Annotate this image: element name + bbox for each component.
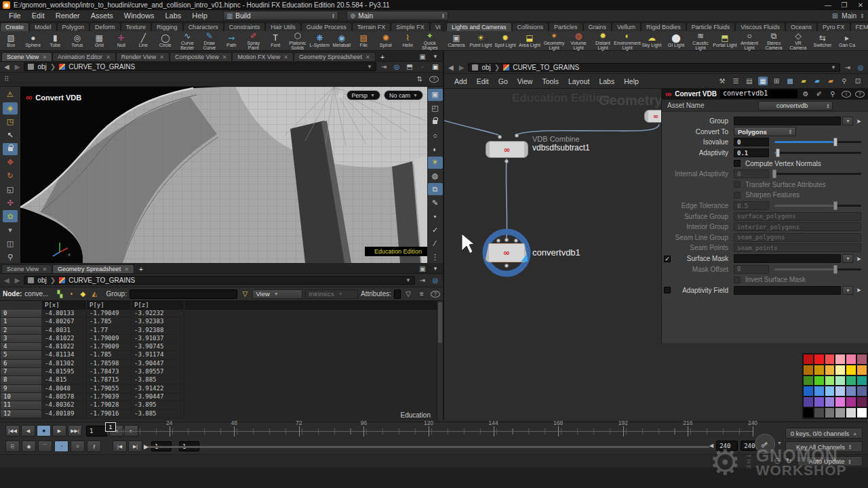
palette-swatch-15[interactable] xyxy=(835,376,845,386)
table-row[interactable]: 1-4.80267-1.785-3.92383 xyxy=(0,318,443,326)
menu-labs[interactable]: Labs xyxy=(160,11,186,20)
palette-swatch-31[interactable] xyxy=(814,408,824,418)
quickmark-icon[interactable]: ⊡ xyxy=(853,77,863,85)
shelf-tool-file[interactable]: ▤File xyxy=(353,31,375,51)
palette-swatch-35[interactable] xyxy=(857,408,867,418)
play-button[interactable]: ▶ xyxy=(52,425,66,436)
shelf-tab-volume[interactable]: Volume xyxy=(430,22,441,31)
palette-swatch-13[interactable] xyxy=(814,376,824,386)
input-surface-mask[interactable] xyxy=(734,254,841,263)
shelf-tool-geometry-light[interactable]: ✶Geometry Light xyxy=(542,31,566,51)
layout-cube-icon[interactable]: ⬒ xyxy=(405,62,414,71)
breadcrumb-root[interactable]: obj xyxy=(481,64,490,71)
shelf-tab-constraints[interactable]: Constraints xyxy=(224,22,266,31)
view-select[interactable]: View▼ xyxy=(252,289,302,299)
shelf-tab-oceans[interactable]: Oceans xyxy=(785,22,817,31)
shelf-tool-sky-light[interactable]: ☁Sky Light xyxy=(639,31,664,51)
range-end-input[interactable]: 240 xyxy=(716,441,738,451)
close-icon[interactable]: ✕ xyxy=(124,266,129,272)
shelf-tab-vellum[interactable]: Vellum xyxy=(612,22,641,31)
pin-icon[interactable]: ⇥ xyxy=(379,62,389,71)
shelf-tab-viscous-fluids[interactable]: Viscous Fluids xyxy=(735,22,785,31)
camera-selector[interactable]: No cam▼ xyxy=(384,90,423,100)
recook-icon[interactable]: ↻ xyxy=(786,457,792,466)
memory-icon[interactable]: ⚇ xyxy=(774,457,781,466)
back-icon[interactable]: ◀ xyxy=(3,277,11,284)
display-flag-icon[interactable] xyxy=(521,253,528,262)
node-input-dot[interactable] xyxy=(498,135,502,139)
tab-scene-view[interactable]: Scene View✕ xyxy=(1,264,52,273)
shelf-tool-ambient-light[interactable]: ○Ambient Light xyxy=(737,31,762,51)
palette-swatch-22[interactable] xyxy=(846,386,856,396)
table-row[interactable]: 11-4.80362-1.79028-3.895 xyxy=(0,401,443,409)
close-icon[interactable]: ✕ xyxy=(42,266,47,272)
table-row[interactable]: 3-4.81022-1.79009-3.91037 xyxy=(0,335,443,343)
pane-maximize-icon[interactable]: ▣ xyxy=(418,264,427,273)
close-icon[interactable]: ✕ xyxy=(222,54,227,60)
table-row[interactable]: 12-4.80189-1.79016-3.885 xyxy=(0,410,443,418)
spreadsheet-table[interactable]: P[x]P[y]P[z] 0-4.80133-1.79049-3.922321-… xyxy=(0,301,443,420)
more-tools-icon[interactable]: ▾ xyxy=(3,224,18,236)
shelf-tool-volume-light[interactable]: ◍Volume Light xyxy=(566,31,591,51)
tree-icon[interactable]: ☰ xyxy=(731,77,741,85)
shelf-tool-box[interactable]: ▧Box xyxy=(0,31,22,51)
operator-pick-arrow-icon[interactable]: ➤ xyxy=(856,118,861,125)
desk-label[interactable]: Main xyxy=(842,12,856,20)
help-icon[interactable]: ? xyxy=(429,76,439,83)
slider-edge-tolerance[interactable] xyxy=(774,205,861,207)
detail-mode-icon[interactable]: ◭ xyxy=(90,289,99,298)
tab-motion-fx-view[interactable]: Motion FX View✕ xyxy=(232,52,294,61)
prev-key-button[interactable]: |◀ xyxy=(113,441,127,452)
character-tool-icon[interactable]: ✿ xyxy=(3,210,18,222)
shelf-tab-characters[interactable]: Characters xyxy=(183,22,224,31)
pose-tool-icon[interactable]: ✣ xyxy=(3,197,18,209)
node-input-dot[interactable] xyxy=(514,239,518,243)
operator-pick-arrow-icon[interactable]: ➤ xyxy=(856,287,861,293)
lock-camera-icon[interactable] xyxy=(428,116,443,128)
add-tab-button[interactable]: + xyxy=(376,53,389,61)
shelf-tab-collisions[interactable]: Collisions xyxy=(512,22,549,31)
breadcrumb-root[interactable]: obj xyxy=(37,277,46,284)
range-slider[interactable]: ▶ xyxy=(148,446,709,448)
network-menu-layout[interactable]: Layout xyxy=(564,77,595,86)
warning-icon[interactable]: ⚠ xyxy=(3,89,18,101)
input-edge-tolerance[interactable]: 0.5 xyxy=(734,201,769,210)
node-convertvdb1[interactable]: ∞ xyxy=(485,243,528,262)
tab-geometry-spreadsheet[interactable]: Geometry Spreadsheet✕ xyxy=(52,264,134,273)
shelf-tab-texture[interactable]: Texture xyxy=(121,22,152,31)
jump-end-button[interactable]: ▶▶| xyxy=(68,425,82,436)
palette-swatch-28[interactable] xyxy=(846,397,856,407)
shelf-tab-rigid-bodies[interactable]: Rigid Bodies xyxy=(641,22,686,31)
palette-swatch-27[interactable] xyxy=(835,397,845,407)
table-row[interactable]: 4-4.81022-1.79009-3.90745 xyxy=(0,343,443,351)
rotate-tool-icon[interactable]: ↻ xyxy=(3,170,18,182)
key-options-icon[interactable]: ⚷ xyxy=(87,441,101,452)
sort-icon[interactable]: ⇅ xyxy=(415,75,425,83)
menu-assets[interactable]: Assets xyxy=(86,11,118,20)
slider-handle[interactable] xyxy=(833,265,837,274)
scene-breadcrumb[interactable]: obj ❯ CURVE_TO_GRAINS ▼ xyxy=(24,62,376,71)
scale-tool-icon[interactable]: ◱ xyxy=(3,183,18,195)
tab-render-view[interactable]: Render View✕ xyxy=(116,52,170,61)
shelf-tab-grains[interactable]: Grains xyxy=(583,22,612,31)
jump-start-button[interactable]: |◀◀ xyxy=(5,425,20,436)
translate-tool-icon[interactable]: ✥ xyxy=(3,157,18,169)
radial-menu-icon[interactable]: ◎ xyxy=(392,62,401,71)
table-row[interactable]: 7-4.81595-1.78473-3.89557 xyxy=(0,368,443,376)
hud-dot-icon[interactable]: ◦ xyxy=(418,62,427,71)
param-enable-checkbox[interactable]: ✓ xyxy=(664,256,671,262)
filter-icon[interactable]: ▽ xyxy=(240,289,250,298)
filter-icon[interactable]: ▽ xyxy=(403,289,413,298)
shading-icon[interactable]: ◐ xyxy=(428,143,443,155)
key-all-channels-select[interactable]: Key All Channels▲▼ xyxy=(785,441,863,452)
shelf-tool-torus[interactable]: ◎Torus xyxy=(66,31,89,51)
operator-pick-arrow-icon[interactable]: ➤ xyxy=(856,256,861,262)
table-row[interactable]: 10-4.80578-1.79039-3.90447 xyxy=(0,393,443,401)
shelf-tool-metaball[interactable]: ◉Metaball xyxy=(331,31,353,51)
palette-swatch-12[interactable] xyxy=(804,376,813,386)
tab-scene-view[interactable]: Scene View✕ xyxy=(1,52,52,61)
palette-swatch-1[interactable] xyxy=(814,354,824,364)
palette-swatch-20[interactable] xyxy=(825,386,835,396)
shelf-tab-fem[interactable]: FEM xyxy=(850,22,868,31)
table-row[interactable]: 5-4.81134-1.785-3.91174 xyxy=(0,351,443,359)
